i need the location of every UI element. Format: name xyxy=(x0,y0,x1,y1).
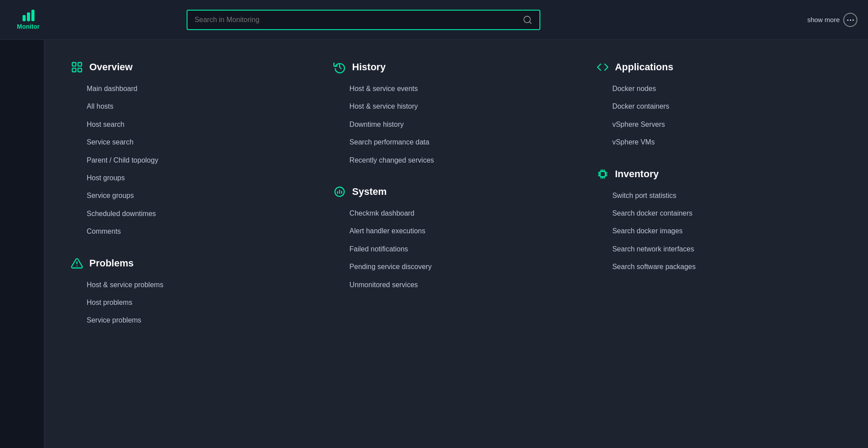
show-more-area[interactable]: show more ⋯ xyxy=(807,13,857,27)
list-item[interactable]: Switch port statistics xyxy=(612,187,841,204)
chart-icon xyxy=(333,186,346,198)
search-icon xyxy=(523,15,532,25)
search-box[interactable] xyxy=(187,10,540,30)
list-item[interactable]: Scheduled downtimes xyxy=(87,205,316,222)
bar2 xyxy=(27,12,30,21)
overview-items: Main dashboard All hosts Host search Ser… xyxy=(71,80,316,240)
history-items: Host & service events Host & service his… xyxy=(333,80,578,169)
content-area: Overview Main dashboard All hosts Host s… xyxy=(44,40,868,448)
applications-title: Applications xyxy=(615,61,673,73)
list-item[interactable]: Search network interfaces xyxy=(612,241,841,258)
problems-title: Problems xyxy=(89,258,134,269)
list-item[interactable]: Parent / Child topology xyxy=(87,152,316,169)
list-item[interactable]: Docker nodes xyxy=(612,80,841,97)
svg-line-1 xyxy=(529,22,531,23)
list-item[interactable]: Service groups xyxy=(87,187,316,204)
list-item[interactable]: vSphere VMs xyxy=(612,134,841,151)
logo-icon xyxy=(23,10,34,21)
section-header-inventory: Inventory xyxy=(597,168,841,180)
bar1 xyxy=(23,15,26,21)
main: Overview Main dashboard All hosts Host s… xyxy=(0,40,868,448)
list-item[interactable]: Search docker containers xyxy=(612,205,841,222)
history-icon xyxy=(333,61,346,73)
list-item[interactable]: Search software packages xyxy=(612,258,841,275)
logo-label: Monitor xyxy=(17,23,39,30)
list-item[interactable]: Alert handler executions xyxy=(349,223,578,239)
list-item[interactable]: Service search xyxy=(87,134,316,151)
list-item[interactable]: Recently changed services xyxy=(349,152,578,169)
svg-rect-2 xyxy=(73,63,76,66)
list-item[interactable]: Host & service events xyxy=(349,80,578,97)
logo-area: Monitor xyxy=(11,10,46,30)
svg-rect-4 xyxy=(73,68,76,72)
column-3: Applications Docker nodes Docker contain… xyxy=(597,57,841,342)
code-icon xyxy=(597,61,609,73)
column-2: History Host & service events Host & ser… xyxy=(333,57,578,342)
list-item[interactable]: Host & service problems xyxy=(87,277,316,293)
list-item[interactable]: Comments xyxy=(87,223,316,240)
list-item[interactable]: Search performance data xyxy=(349,134,578,151)
list-item[interactable]: vSphere Servers xyxy=(612,116,841,133)
section-header-system: System xyxy=(333,186,578,198)
show-more-label: show more xyxy=(807,16,840,23)
list-item[interactable]: All hosts xyxy=(87,98,316,115)
grid-icon xyxy=(71,61,83,73)
overview-title: Overview xyxy=(89,61,133,73)
applications-items: Docker nodes Docker containers vSphere S… xyxy=(597,80,841,151)
search-container xyxy=(187,10,540,30)
list-item[interactable]: Checkmk dashboard xyxy=(349,205,578,222)
section-header-overview: Overview xyxy=(71,61,316,73)
section-header-applications: Applications xyxy=(597,61,841,73)
history-title: History xyxy=(352,61,386,73)
list-item[interactable]: Host problems xyxy=(87,294,316,311)
list-item[interactable]: Host search xyxy=(87,116,316,133)
section-header-problems: Problems xyxy=(71,257,316,270)
sidebar xyxy=(0,40,44,448)
section-header-history: History xyxy=(333,61,578,73)
search-input[interactable] xyxy=(195,16,518,24)
svg-rect-13 xyxy=(600,171,605,177)
list-item[interactable]: Pending service discovery xyxy=(349,258,578,275)
list-item[interactable]: Service problems xyxy=(87,312,316,329)
column-1: Overview Main dashboard All hosts Host s… xyxy=(71,57,316,342)
inventory-items: Switch port statistics Search docker con… xyxy=(597,187,841,276)
list-item[interactable]: Docker containers xyxy=(612,98,841,115)
dots-button[interactable]: ⋯ xyxy=(843,13,857,27)
bar3 xyxy=(31,10,34,21)
svg-rect-5 xyxy=(78,68,81,72)
list-item[interactable]: Failed notifications xyxy=(349,241,578,258)
problems-items: Host & service problems Host problems Se… xyxy=(71,277,316,329)
list-item[interactable]: Host groups xyxy=(87,170,316,186)
list-item[interactable]: Host & service history xyxy=(349,98,578,115)
list-item[interactable]: Main dashboard xyxy=(87,80,316,97)
inventory-title: Inventory xyxy=(615,168,659,180)
menu-grid: Overview Main dashboard All hosts Host s… xyxy=(71,57,841,342)
system-items: Checkmk dashboard Alert handler executio… xyxy=(333,205,578,293)
alert-icon xyxy=(71,257,83,270)
system-title: System xyxy=(352,186,386,197)
list-item[interactable]: Search docker images xyxy=(612,223,841,239)
list-item[interactable]: Unmonitored services xyxy=(349,277,578,293)
svg-rect-3 xyxy=(78,63,81,66)
chip-icon xyxy=(597,168,609,180)
header: Monitor show more ⋯ xyxy=(0,0,868,40)
list-item[interactable]: Downtime history xyxy=(349,116,578,133)
